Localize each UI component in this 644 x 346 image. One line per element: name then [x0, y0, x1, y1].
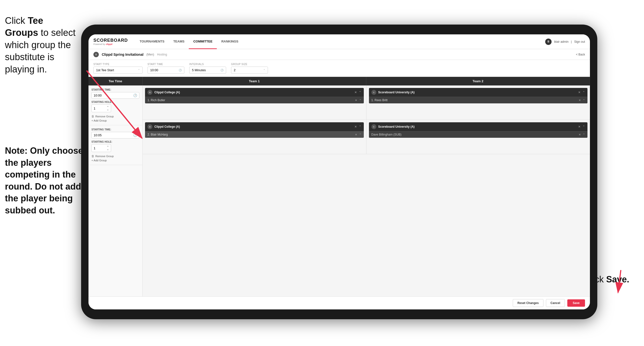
- start-time-label: Start Time: [148, 63, 184, 65]
- team-card-name-1-2: Clippd College (A): [154, 125, 352, 128]
- player-row-1-2-0[interactable]: 2. Blair McHarg ✕ ⌃: [145, 131, 364, 138]
- tablet-frame: SCOREBOARD Powered by clippd TOURNAMENTS…: [81, 24, 597, 319]
- tee-group-row-2: STARTING TIME: 10:05 🕐 STARTING HOLE: 1 …: [88, 125, 142, 165]
- team-card-chevron-2-1[interactable]: ⌃: [582, 91, 585, 94]
- team2-header: Team 2: [366, 77, 590, 85]
- tee-group-row-1: STARTING TIME: 10:00 🕐 STARTING HOLE: 1 …: [88, 85, 142, 125]
- start-type-field: Start Type 1st Tee Start ⌃: [94, 63, 142, 77]
- player-name-2-2-0: Dave Billingham (SUB): [372, 133, 577, 136]
- intervals-input[interactable]: 5 Minutes 🕐: [189, 66, 226, 74]
- trash-icon-2: 🗑: [92, 154, 94, 158]
- add-group-btn-2[interactable]: + Add Group: [92, 159, 139, 162]
- team-card-x-2-2[interactable]: ✕: [578, 125, 580, 128]
- note-text: Note: Only choose the players competing …: [0, 145, 88, 217]
- team-card-2-2[interactable]: S Scoreboard University (A) ✕ ⌃ Dave Bil…: [369, 122, 588, 138]
- team1-cell-1: B Clippd College (A) ✕ ⌃ 1. Rich Butler: [142, 85, 366, 120]
- time-icon-2: 🕐: [133, 133, 137, 137]
- player-row-1-1-0[interactable]: 1. Rich Butler ✕ ⌃: [145, 97, 364, 103]
- logo-clippd: clippd: [106, 43, 112, 45]
- starting-time-input-2[interactable]: 10:05 🕐: [92, 132, 139, 138]
- tee-time-header: Tee Time: [88, 77, 142, 85]
- player-chevron-2-1-0[interactable]: ⌃: [583, 99, 585, 102]
- hole-arrow-1: ⌃⌄: [107, 106, 109, 111]
- intervals-label: Intervals: [189, 63, 226, 65]
- team-card-header-1-2: B Clippd College (A) ✕ ⌃: [145, 122, 364, 131]
- player-controls-1-1-0: ✕ ⌃: [355, 99, 361, 102]
- team-card-x-1-2[interactable]: ✕: [354, 125, 357, 128]
- hole-arrow-2: ⌃⌄: [107, 146, 109, 151]
- intervals-field: Intervals 5 Minutes 🕐: [189, 63, 226, 77]
- start-time-input[interactable]: 10:00 🕐: [148, 66, 184, 74]
- player-x-1-1-0[interactable]: ✕: [355, 99, 357, 102]
- nav-link-rankings[interactable]: RANKINGS: [217, 34, 242, 49]
- team-card-header-2-2: S Scoreboard University (A) ✕ ⌃: [369, 122, 588, 131]
- start-time-arrow: 🕐: [179, 69, 182, 71]
- start-type-label: Start Type: [94, 63, 142, 65]
- instruction-prefix: Click: [5, 15, 28, 26]
- starting-hole-input-1[interactable]: 1 ⌃⌄: [92, 104, 111, 112]
- starting-hole-input-2[interactable]: 1 ⌃⌄: [92, 144, 111, 152]
- team-card-x-2-1[interactable]: ✕: [578, 91, 580, 94]
- team-card-1-1[interactable]: B Clippd College (A) ✕ ⌃ 1. Rich Butler: [145, 88, 364, 103]
- starting-time-input-1[interactable]: 10:00 🕐: [92, 92, 139, 99]
- logo-scoreboard: SCOREBOARD: [94, 38, 128, 43]
- sub-nav-icon: B: [94, 52, 99, 57]
- team-card-header-1-1: B Clippd College (A) ✕ ⌃: [145, 88, 364, 97]
- team-card-x-1-1[interactable]: ✕: [354, 91, 357, 94]
- team-card-name-2-2: Scoreboard University (A): [378, 125, 576, 128]
- player-x-2-1-0[interactable]: ✕: [578, 99, 581, 102]
- back-button[interactable]: < Back: [576, 53, 585, 56]
- team-card-icon-2-2: S: [372, 124, 376, 129]
- remove-group-btn-2[interactable]: 🗑 Remove Group: [92, 154, 139, 158]
- note-prefix: Note: Only choose the players competing …: [5, 146, 83, 215]
- sign-out-link[interactable]: Sign out: [574, 40, 585, 43]
- tee-actions-1: 🗑 Remove Group + Add Group: [92, 115, 139, 122]
- team2-cell-1: S Scoreboard University (A) ✕ ⌃ 1. Rees …: [366, 85, 590, 120]
- tournament-badge: (Men): [146, 53, 154, 56]
- player-chevron-2-2-0[interactable]: ⌃: [583, 133, 585, 136]
- team-card-1-2[interactable]: B Clippd College (A) ✕ ⌃ 2. Blair McHarg: [145, 122, 364, 138]
- team-card-icon-1-2: B: [148, 124, 152, 129]
- tee-actions-2: 🗑 Remove Group + Add Group: [92, 154, 139, 162]
- team-card-icon-1-1: B: [148, 90, 152, 95]
- player-name-1-1-0: 1. Rich Butler: [148, 98, 353, 102]
- player-row-2-2-0[interactable]: Dave Billingham (SUB) ✕ ⌃: [369, 131, 588, 138]
- action-bar: Reset Changes Cancel Save: [88, 296, 590, 310]
- remove-group-btn-1[interactable]: 🗑 Remove Group: [92, 115, 139, 118]
- team-card-controls-1-2: ✕ ⌃: [354, 125, 361, 128]
- group-size-input[interactable]: 2 ⌃: [231, 66, 268, 74]
- player-chevron-1-2-0[interactable]: ⌃: [359, 133, 361, 136]
- add-group-btn-1[interactable]: + Add Group: [92, 119, 139, 122]
- team-card-2-1[interactable]: S Scoreboard University (A) ✕ ⌃ 1. Rees …: [369, 88, 588, 103]
- team-card-controls-2-2: ✕ ⌃: [578, 125, 585, 128]
- start-type-arrow: ⌃: [138, 69, 140, 71]
- start-type-input[interactable]: 1st Tee Start ⌃: [94, 66, 142, 74]
- team-card-header-2-1: S Scoreboard University (A) ✕ ⌃: [369, 88, 588, 97]
- user-name: blair admin: [554, 40, 568, 43]
- team-row-2: B Clippd College (A) ✕ ⌃ 2. Blair McHarg: [142, 120, 590, 154]
- nav-link-committee[interactable]: COMMITTEE: [189, 34, 217, 49]
- player-x-2-2-0[interactable]: ✕: [578, 133, 581, 136]
- group-size-field: Group Size 2 ⌃: [231, 63, 268, 77]
- player-row-2-1-0[interactable]: 1. Rees Britt ✕ ⌃: [369, 97, 588, 103]
- player-x-1-2-0[interactable]: ✕: [355, 133, 357, 136]
- player-controls-1-2-0: ✕ ⌃: [355, 133, 361, 136]
- save-button[interactable]: Save: [567, 299, 585, 307]
- nav-link-teams[interactable]: TEAMS: [169, 34, 189, 49]
- nav-bar: SCOREBOARD Powered by clippd TOURNAMENTS…: [88, 34, 590, 49]
- team-card-chevron-2-2[interactable]: ⌃: [582, 125, 585, 128]
- main-content: Start Type 1st Tee Start ⌃ Start Time 10…: [88, 60, 590, 310]
- cancel-button[interactable]: Cancel: [546, 299, 565, 307]
- logo-powered: Powered by clippd: [94, 43, 128, 45]
- logo-block: SCOREBOARD Powered by clippd: [94, 38, 128, 45]
- player-controls-2-2-0: ✕ ⌃: [578, 133, 585, 136]
- player-chevron-1-1-0[interactable]: ⌃: [359, 99, 361, 102]
- player-name-2-1-0: 1. Rees Britt: [372, 98, 577, 102]
- group-size-label: Group Size: [231, 63, 268, 65]
- team-card-chevron-1-1[interactable]: ⌃: [359, 91, 361, 94]
- nav-link-tournaments[interactable]: TOURNAMENTS: [135, 34, 169, 49]
- team2-cell-2: S Scoreboard University (A) ✕ ⌃ Dave Bil…: [366, 120, 590, 154]
- reset-changes-button[interactable]: Reset Changes: [513, 299, 544, 307]
- team-card-chevron-1-2[interactable]: ⌃: [359, 125, 361, 128]
- grid-header-row: Tee Time Team 1 Team 2: [88, 77, 590, 85]
